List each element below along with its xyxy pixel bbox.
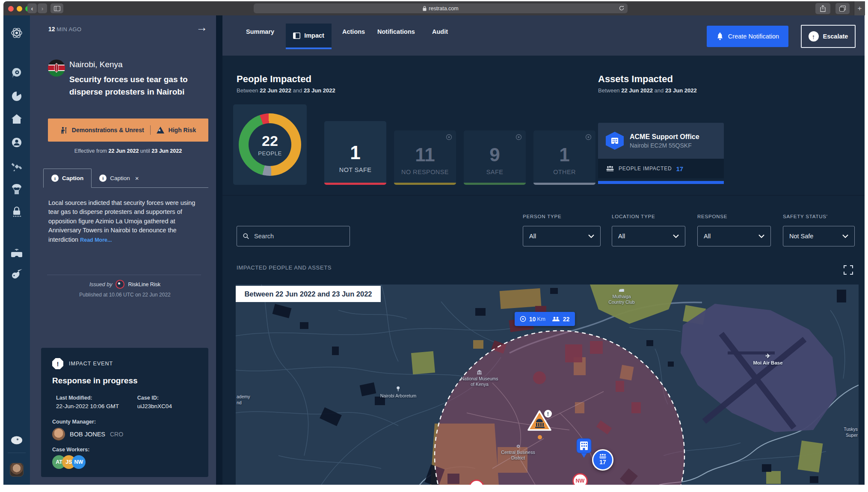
escalate-up-icon: ↑ [809, 31, 819, 41]
collapse-panel-button[interactable]: → [196, 21, 207, 34]
asset-people-badge[interactable]: 17 [592, 449, 613, 471]
watch-eye-icon[interactable] [3, 436, 30, 445]
tabs-overview-button[interactable] [835, 3, 850, 14]
comet-icon[interactable] [3, 269, 30, 280]
event-title: Security forces use tear gas to disperse… [69, 74, 204, 98]
browser-chrome: ‹ › restrata.com + [3, 1, 865, 16]
asset-badge-count: 17 [599, 459, 606, 465]
brand-logo-icon[interactable] [3, 27, 30, 39]
asset-map-pin[interactable] [576, 438, 592, 460]
manager-label: County Manager: [52, 419, 197, 425]
manager-role: CRO [110, 431, 123, 438]
event-age-unit: MIN AGO [56, 26, 81, 33]
issuer-row: Issued by RiskLine Risk [48, 280, 202, 289]
museum-poi-icon [477, 370, 482, 374]
select-person-type[interactable]: All [523, 226, 601, 246]
assets-impacted-title: Assets Impacted [598, 74, 673, 85]
security-lock-icon[interactable] [3, 206, 30, 217]
fullscreen-icon [844, 265, 853, 275]
satellite-icon[interactable] [3, 161, 30, 172]
map-label-museums: National Museumsof Kenya [461, 370, 498, 388]
filter-label-response: RESPONSE [697, 214, 727, 219]
stat-value: 9 [464, 145, 526, 164]
traffic-minimize-button[interactable] [17, 6, 22, 12]
donut-total: 22 [262, 133, 278, 149]
traffic-close-button[interactable] [8, 6, 14, 12]
tab-impact[interactable]: Impact [286, 24, 332, 49]
caption-tab-2[interactable]: i Caption × [92, 169, 146, 187]
event-age-value: 12 [48, 26, 55, 33]
user-avatar[interactable] [3, 463, 30, 477]
nav-rail [3, 15, 30, 485]
select-response[interactable]: All [697, 226, 771, 246]
stat-no-response[interactable]: 11 NO RESPONSE [394, 130, 456, 185]
riskline-logo-icon [116, 280, 124, 289]
visibility-icon[interactable] [446, 134, 452, 142]
tab-summary[interactable]: Summary [246, 28, 274, 35]
people-count-value: 22 [563, 316, 570, 323]
escalate-button[interactable]: ↑ Escalate [801, 25, 856, 48]
sidebar-toggle-button[interactable] [50, 3, 63, 13]
forward-button[interactable]: › [38, 3, 47, 13]
event-marker-dot [538, 435, 542, 439]
search-input[interactable] [253, 232, 344, 240]
search-box[interactable] [237, 226, 350, 246]
plus-icon: + [858, 4, 862, 13]
workers-label: Case Workers: [52, 447, 197, 453]
forward-icon: › [41, 5, 44, 12]
share-button[interactable] [815, 3, 830, 14]
tab-audit[interactable]: Audit [432, 28, 448, 35]
coverage-pie-icon[interactable] [3, 91, 30, 102]
airdrop-supply-icon[interactable] [3, 183, 30, 195]
new-tab-button[interactable]: + [854, 1, 865, 15]
stat-label: NO RESPONSE [394, 169, 456, 175]
stat-not-safe[interactable]: 1 NOT SAFE [324, 121, 386, 185]
lodging-poi-icon [619, 288, 625, 292]
rail-divider [8, 453, 26, 453]
asset-address: Nairobi EC2M 55QSKF [630, 142, 699, 149]
event-age: 12 MIN AGO [48, 26, 82, 33]
donut-center: 22 PEOPLE [233, 104, 307, 185]
person-monitor-icon[interactable] [3, 137, 30, 148]
tab-actions[interactable]: Actions [342, 28, 365, 35]
stat-safe[interactable]: 9 SAFE [464, 130, 526, 185]
back-button[interactable]: ‹ [27, 3, 37, 13]
tab-notifications[interactable]: Notifications [377, 28, 415, 35]
stat-other[interactable]: 1 OTHER [533, 130, 595, 185]
impact-map[interactable]: Between 22 Jun 2022 and 23 Jun 2022 10 K… [236, 285, 859, 485]
visibility-icon[interactable] [585, 134, 592, 142]
impact-tab-icon [293, 33, 300, 39]
reload-button[interactable] [619, 5, 625, 12]
main-area: Summary Impact Actions Notifications Aud… [222, 15, 865, 485]
people-group-icon [598, 454, 607, 459]
close-tab-icon[interactable]: × [135, 175, 139, 182]
people-count-icon [552, 317, 560, 322]
radius-pill[interactable]: 10 Km 22 [515, 312, 575, 326]
people-donut-card: 22 PEOPLE [233, 104, 307, 185]
event-marker[interactable]: ! [527, 409, 554, 436]
chevron-down-icon [842, 234, 848, 238]
asset-impact-count: 17 [676, 165, 683, 172]
select-safety-status[interactable]: Not Safe [783, 226, 855, 246]
app-window: 12 MIN AGO → Nairobi, Kenya Security for… [3, 15, 865, 485]
location-pin-icon[interactable] [3, 68, 30, 79]
read-more-link[interactable]: Read More... [80, 237, 112, 243]
vr-headset-icon[interactable] [3, 249, 30, 258]
alert-octagon-icon: ! [52, 358, 63, 369]
url-bar[interactable]: restrata.com [254, 3, 628, 13]
effective-from: 22 Jun 2022 [108, 148, 139, 154]
select-location-type[interactable]: All [612, 226, 685, 246]
kenya-flag [48, 59, 65, 77]
home-icon[interactable] [3, 114, 30, 124]
stat-label: OTHER [533, 169, 595, 175]
event-panel: 12 MIN AGO → Nairobi, Kenya Security for… [30, 15, 216, 485]
asset-card[interactable]: ACME Support Office Nairobi EC2M 55QSKF … [598, 123, 724, 184]
create-notification-button[interactable]: Create Notification [707, 26, 788, 47]
visibility-icon[interactable] [515, 134, 522, 142]
map-label-arboretum: Nairobi Arboretum [380, 386, 417, 399]
manager-name: BOB JONES [70, 431, 105, 438]
people-impacted-title: People Impacted [237, 74, 311, 85]
fullscreen-button[interactable] [844, 265, 853, 276]
section-divider [222, 195, 865, 196]
caption-tab-active[interactable]: i Caption [43, 169, 92, 188]
